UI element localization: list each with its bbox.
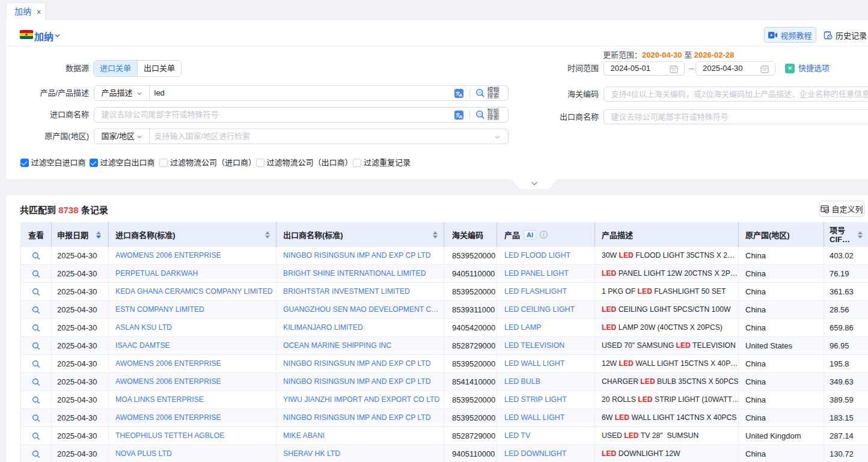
- svg-text:A: A: [459, 93, 462, 98]
- svg-text:A: A: [459, 114, 462, 120]
